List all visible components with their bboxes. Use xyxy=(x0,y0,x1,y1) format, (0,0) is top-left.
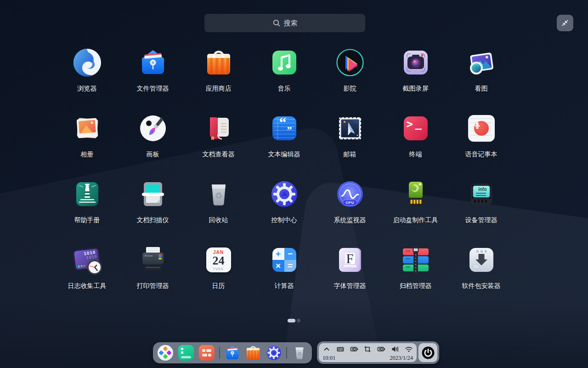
app-help-manual[interactable]: 帮助手册 xyxy=(54,176,120,242)
app-document-scanner[interactable]: 文档扫描仪 xyxy=(120,176,186,242)
app-label: 音乐 xyxy=(278,85,291,93)
search-placeholder: 搜索 xyxy=(284,19,298,28)
battery-icon[interactable] xyxy=(377,345,385,353)
control-center-icon xyxy=(270,179,299,209)
app-label: 应用商店 xyxy=(206,85,232,93)
clock-icon xyxy=(87,260,102,275)
app-image-viewer[interactable]: 看图 xyxy=(448,44,514,110)
app-package-installer[interactable]: 软件包安装器 xyxy=(448,242,514,307)
dock-app-store[interactable] xyxy=(245,345,261,361)
app-log-collector[interactable]: 1010 1010 日志收集工具 xyxy=(54,242,120,307)
app-font-manager[interactable]: F 字体管理器 xyxy=(317,242,383,307)
log-collector-icon: 1010 1010 xyxy=(73,245,102,275)
trash-icon: ♻ xyxy=(291,345,308,361)
app-text-editor[interactable]: “ ” 文本编辑器 xyxy=(251,110,317,176)
image-viewer-icon xyxy=(467,48,496,77)
text-editor-icon: “ ” xyxy=(270,114,299,143)
binary-digits: 1010 xyxy=(86,254,97,260)
app-label: 文本编辑器 xyxy=(268,150,300,159)
music-icon xyxy=(270,48,299,77)
app-label: 日历 xyxy=(212,282,225,290)
app-calculator[interactable]: + − × = 计算器 xyxy=(251,242,317,307)
app-label: 设备管理器 xyxy=(465,216,498,224)
app-label: 截图录屏 xyxy=(403,85,429,93)
tray-icons-row xyxy=(322,345,413,353)
keyboard-icon[interactable] xyxy=(336,345,345,353)
app-draw[interactable]: 画板 xyxy=(120,110,186,176)
app-control-center[interactable]: 控制中心 xyxy=(251,176,317,242)
power-adapter-icon[interactable] xyxy=(350,345,358,353)
tray-time: 10:01 xyxy=(322,355,335,361)
dock-multitasking-view[interactable] xyxy=(178,345,194,361)
app-label: 回收站 xyxy=(209,216,228,224)
app-print-manager[interactable]: Printer 打印管理器 xyxy=(120,242,186,307)
app-document-viewer[interactable]: 文档查看器 xyxy=(186,110,251,176)
document-scanner-icon xyxy=(138,179,168,209)
minus-glyph: − xyxy=(284,248,296,260)
dock-separator xyxy=(286,347,287,359)
power-icon xyxy=(421,346,435,360)
tray-panel: 10:01 2023/1/24 xyxy=(319,343,417,362)
wifi-icon[interactable] xyxy=(405,345,413,353)
equals-glyph: = xyxy=(284,260,296,272)
archive-manager-icon xyxy=(401,245,430,275)
app-screen-capture[interactable]: 截图录屏 xyxy=(383,44,448,110)
shutdown-button[interactable] xyxy=(418,343,437,362)
app-movie[interactable]: 影院 xyxy=(317,44,383,110)
calendar-icon: JAN 24 TUES xyxy=(204,245,233,275)
multitasking-view-icon xyxy=(178,345,194,361)
app-file-manager[interactable]: 文件管理器 xyxy=(120,44,186,110)
quote-glyph: “ xyxy=(279,114,287,131)
launcher-mode-toggle-button[interactable] xyxy=(557,15,573,31)
dock-launcher[interactable] xyxy=(157,345,174,361)
dock-trash[interactable]: ♻ xyxy=(291,345,308,361)
prompt-glyph: > xyxy=(407,118,413,131)
app-browser[interactable]: 浏览器 xyxy=(54,44,120,110)
app-label: 文档扫描仪 xyxy=(137,216,169,224)
app-label: 浏览器 xyxy=(78,85,97,93)
browser-icon xyxy=(73,48,102,77)
page-dot-2[interactable] xyxy=(297,319,300,322)
app-app-store[interactable]: 应用商店 xyxy=(186,44,251,110)
app-label: 邮箱 xyxy=(344,150,356,159)
dock-file-manager[interactable] xyxy=(224,345,241,361)
dock: ♻ xyxy=(153,342,312,363)
multiply-glyph: × xyxy=(272,260,284,272)
page-dot-1-active[interactable] xyxy=(288,319,295,322)
package-installer-icon xyxy=(467,245,496,275)
app-trash[interactable]: ♻ 回收站 xyxy=(186,176,251,242)
voice-notes-icon xyxy=(467,114,496,143)
app-album[interactable]: 相册 xyxy=(54,110,120,176)
plus-glyph: + xyxy=(272,248,284,260)
system-monitor-icon: CPU xyxy=(335,179,365,209)
app-label: 画板 xyxy=(147,150,159,159)
letter-f: F xyxy=(346,251,353,266)
app-music[interactable]: 音乐 xyxy=(251,44,317,110)
dock-control-center[interactable] xyxy=(266,345,282,361)
screen-capture-icon[interactable] xyxy=(363,345,372,353)
tray-date: 2023/1/24 xyxy=(390,355,413,361)
app-terminal[interactable]: > _ 终端 xyxy=(383,110,448,176)
tray-datetime[interactable]: 10:01 2023/1/24 xyxy=(322,355,413,361)
search-input[interactable]: 搜索 xyxy=(204,14,365,32)
app-label: 启动盘制作工具 xyxy=(393,216,438,224)
app-archive-manager[interactable]: 归档管理器 xyxy=(383,242,448,307)
search-icon xyxy=(272,19,281,27)
app-voice-notes[interactable]: 语音记事本 xyxy=(448,110,514,176)
app-label: 文档查看器 xyxy=(203,150,235,159)
dock-desktop-tiles[interactable] xyxy=(198,345,215,361)
control-center-icon xyxy=(266,345,282,361)
boot-maker-icon xyxy=(401,179,430,209)
app-store-icon xyxy=(204,48,233,77)
app-device-manager[interactable]: info 设备管理器 xyxy=(448,176,514,242)
app-label: 控制中心 xyxy=(271,216,297,224)
app-label: 看图 xyxy=(475,85,488,93)
help-manual-icon xyxy=(73,179,102,209)
app-boot-maker[interactable]: 启动盘制作工具 xyxy=(383,176,448,242)
calendar-weekday: TUES xyxy=(213,267,224,270)
volume-icon[interactable] xyxy=(391,345,399,353)
app-mail[interactable]: 邮箱 xyxy=(317,110,383,176)
app-calendar[interactable]: JAN 24 TUES 日历 xyxy=(186,242,251,307)
expand-tray-icon[interactable] xyxy=(322,345,331,353)
app-system-monitor[interactable]: CPU 系统监视器 xyxy=(317,176,383,242)
